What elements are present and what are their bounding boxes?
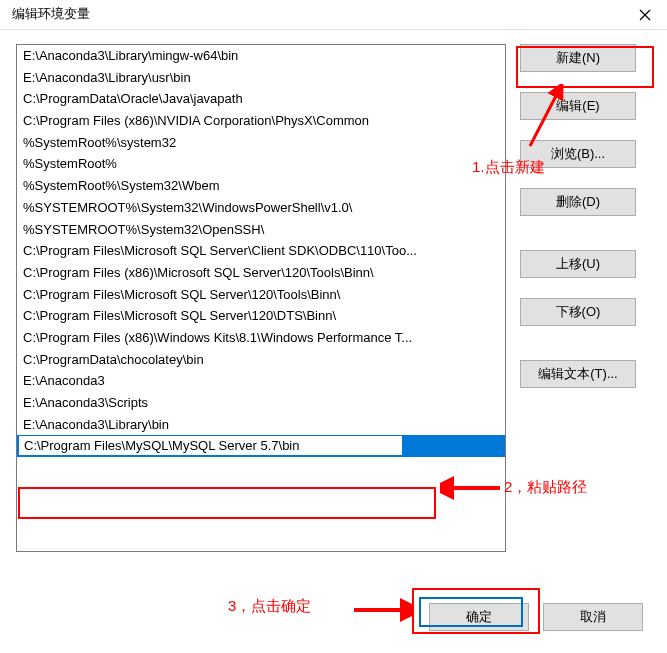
close-icon (639, 9, 651, 21)
window-title: 编辑环境变量 (12, 6, 90, 23)
list-item[interactable]: %SystemRoot%\System32\Wbem (17, 175, 505, 197)
edittext-button[interactable]: 编辑文本(T)... (520, 360, 636, 388)
path-listbox[interactable]: E:\Anaconda3\Library\mingw-w64\bin E:\An… (16, 44, 506, 552)
arrow-step3 (350, 598, 414, 622)
list-item[interactable]: %SYSTEMROOT%\System32\OpenSSH\ (17, 219, 505, 241)
movedown-button[interactable]: 下移(O) (520, 298, 636, 326)
list-item[interactable]: %SYSTEMROOT%\System32\WindowsPowerShell\… (17, 197, 505, 219)
list-item[interactable]: %SystemRoot% (17, 153, 505, 175)
list-item[interactable]: C:\ProgramData\Oracle\Java\javapath (17, 88, 505, 110)
ok-button[interactable]: 确定 (429, 603, 529, 631)
edit-button[interactable]: 编辑(E) (520, 92, 636, 120)
list-item[interactable]: C:\Program Files (x86)\Microsoft SQL Ser… (17, 262, 505, 284)
titlebar: 编辑环境变量 (0, 0, 667, 30)
list-item[interactable]: C:\Program Files\Microsoft SQL Server\Cl… (17, 240, 505, 262)
list-item[interactable]: E:\Anaconda3\Scripts (17, 392, 505, 414)
list-item[interactable]: C:\Program Files\Microsoft SQL Server\12… (17, 284, 505, 306)
list-item[interactable]: E:\Anaconda3 (17, 370, 505, 392)
dialog-content: E:\Anaconda3\Library\mingw-w64\bin E:\An… (0, 30, 667, 552)
list-item[interactable]: C:\Program Files (x86)\Windows Kits\8.1\… (17, 327, 505, 349)
list-item[interactable]: C:\Program Files (x86)\NVIDIA Corporatio… (17, 110, 505, 132)
browse-button[interactable]: 浏览(B)... (520, 140, 636, 168)
close-button[interactable] (633, 3, 657, 27)
path-edit-field[interactable]: C:\Program Files\MySQL\MySQL Server 5.7\… (18, 435, 403, 456)
annotation-step3: 3，点击确定 (228, 597, 311, 616)
action-buttons: 新建(N) 编辑(E) 浏览(B)... 删除(D) 上移(U) 下移(O) 编… (520, 44, 636, 388)
list-item[interactable]: E:\Anaconda3\Library\mingw-w64\bin (17, 45, 505, 67)
new-button[interactable]: 新建(N) (520, 44, 636, 72)
list-item[interactable]: %SystemRoot%\system32 (17, 132, 505, 154)
list-item[interactable]: E:\Anaconda3\Library\usr\bin (17, 67, 505, 89)
delete-button[interactable]: 删除(D) (520, 188, 636, 216)
list-item[interactable]: C:\ProgramData\chocolatey\bin (17, 349, 505, 371)
list-item[interactable]: E:\Anaconda3\Library\bin (17, 414, 505, 436)
path-edit-value: C:\Program Files\MySQL\MySQL Server 5.7\… (24, 436, 300, 455)
cancel-button[interactable]: 取消 (543, 603, 643, 631)
list-item[interactable]: C:\Program Files\Microsoft SQL Server\12… (17, 305, 505, 327)
dialog-bottom-buttons: 确定 取消 (429, 603, 643, 631)
moveup-button[interactable]: 上移(U) (520, 250, 636, 278)
